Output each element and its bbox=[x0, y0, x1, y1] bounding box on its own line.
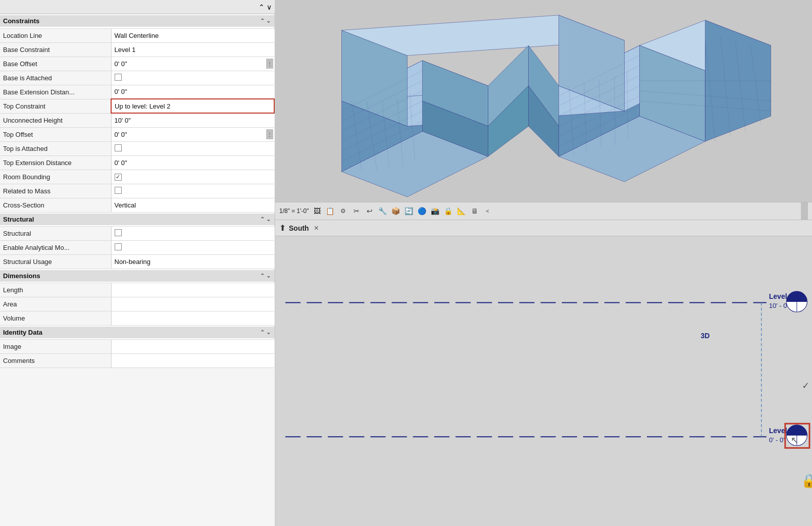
toolbar-icon-14[interactable]: < bbox=[483, 206, 493, 216]
prop-value[interactable] bbox=[111, 170, 274, 184]
svg-text:✓: ✓ bbox=[802, 381, 809, 391]
south-tab[interactable]: ⬆ South × bbox=[275, 220, 812, 236]
section-identity_data[interactable]: Identity Data⌃ ⌄ bbox=[0, 325, 274, 339]
toolbar-icon-7[interactable]: 📦 bbox=[391, 206, 401, 216]
prop-key: Top is Attached bbox=[0, 141, 111, 155]
checkbox[interactable] bbox=[115, 74, 122, 81]
table-row: Comments bbox=[0, 353, 274, 367]
prop-value[interactable] bbox=[111, 184, 274, 198]
prop-value[interactable]: 0' 0"⋮ bbox=[111, 57, 274, 71]
collapse-up-icon[interactable]: ⌃ bbox=[259, 3, 265, 11]
prop-key: Image bbox=[0, 339, 111, 353]
toolbar-icon-1[interactable]: 🖼 bbox=[312, 206, 322, 216]
prop-key: Top Offset bbox=[0, 127, 111, 141]
checkbox-checked[interactable] bbox=[115, 174, 122, 181]
prop-value bbox=[111, 311, 274, 325]
collapse-down-icon[interactable]: ∨ bbox=[267, 3, 272, 11]
table-row: Image bbox=[0, 339, 274, 353]
scroll-button[interactable]: ⋮ bbox=[266, 129, 273, 139]
prop-key: Comments bbox=[0, 353, 111, 367]
table-row: Room Bounding bbox=[0, 170, 274, 184]
properties-panel: ⌃ ∨ Constraints⌃ ⌄Location LineWall Cent… bbox=[0, 0, 275, 526]
prop-value: Vertical bbox=[111, 198, 274, 212]
3d-view[interactable] bbox=[275, 0, 812, 202]
prop-value bbox=[111, 297, 274, 311]
section-collapse-structural[interactable]: ⌃ ⌄ bbox=[260, 216, 271, 223]
prop-value bbox=[111, 353, 274, 367]
prop-key: Area bbox=[0, 297, 111, 311]
prop-value[interactable] bbox=[111, 240, 274, 254]
prop-key: Volume bbox=[0, 311, 111, 325]
toolbar-icon-11[interactable]: 🔒 bbox=[443, 206, 453, 216]
tab-close-button[interactable]: × bbox=[314, 224, 319, 233]
scroll-button[interactable]: ⋮ bbox=[266, 59, 273, 69]
section-label-identity_data: Identity Data bbox=[3, 329, 42, 336]
toolbar-icon-2[interactable]: 📋 bbox=[325, 206, 335, 216]
scale-label: 1/8" = 1'-0" bbox=[279, 207, 309, 215]
3d-viewport-svg bbox=[275, 0, 812, 202]
section-collapse-constraints[interactable]: ⌃ ⌄ bbox=[260, 18, 271, 24]
prop-key: Cross-Section bbox=[0, 198, 111, 212]
panel-controls[interactable]: ⌃ ∨ bbox=[259, 3, 272, 11]
table-row: Length bbox=[0, 283, 274, 297]
prop-key: Top Extension Distance bbox=[0, 155, 111, 170]
prop-value: Non-bearing bbox=[111, 254, 274, 269]
section-collapse-dimensions[interactable]: ⌃ ⌄ bbox=[260, 273, 271, 279]
table-row: Top is Attached bbox=[0, 141, 274, 155]
prop-key: Length bbox=[0, 283, 111, 297]
section-dimensions[interactable]: Dimensions⌃ ⌄ bbox=[0, 269, 274, 283]
toolbar-icon-9[interactable]: 🔵 bbox=[417, 206, 427, 216]
prop-key: Base Extension Distan... bbox=[0, 85, 111, 99]
table-row: Volume bbox=[0, 311, 274, 325]
prop-value: 0' 0" bbox=[111, 85, 274, 99]
toolbar-icon-8[interactable]: 🔄 bbox=[404, 206, 414, 216]
svg-rect-50 bbox=[275, 237, 812, 525]
table-row: Base is Attached bbox=[0, 71, 274, 85]
prop-key: Base Constraint bbox=[0, 42, 111, 57]
checkbox[interactable] bbox=[115, 229, 122, 236]
prop-value[interactable] bbox=[111, 71, 274, 85]
checkbox[interactable] bbox=[115, 144, 122, 151]
svg-text:🔒: 🔒 bbox=[801, 472, 812, 489]
toolbar-icon-5[interactable]: ↩ bbox=[365, 206, 375, 216]
2d-south-view[interactable]: Level 2 10' - 0" 3D Level 1 0' - 0" bbox=[275, 236, 812, 526]
section-label-constraints: Constraints bbox=[3, 17, 39, 25]
properties-scroll[interactable]: Constraints⌃ ⌄Location LineWall Centerli… bbox=[0, 14, 275, 526]
toolbar-icon-10[interactable]: 📸 bbox=[430, 206, 440, 216]
section-collapse-identity_data[interactable]: ⌃ ⌄ bbox=[260, 329, 271, 336]
prop-value[interactable]: Up to level: Level 2 bbox=[111, 99, 274, 113]
tab-label[interactable]: South bbox=[289, 224, 309, 232]
toolbar-icon-12[interactable]: 📐 bbox=[456, 206, 467, 216]
section-constraints[interactable]: Constraints⌃ ⌄ bbox=[0, 14, 274, 28]
prop-value[interactable]: 0' 0"⋮ bbox=[111, 127, 274, 141]
table-row: Structural bbox=[0, 226, 274, 240]
prop-key: Unconnected Height bbox=[0, 113, 111, 127]
prop-key: Base Offset bbox=[0, 57, 111, 71]
checkbox[interactable] bbox=[115, 243, 122, 250]
table-row: Base ConstraintLevel 1 bbox=[0, 42, 274, 57]
prop-key: Structural Usage bbox=[0, 254, 111, 269]
prop-key: Related to Mass bbox=[0, 184, 111, 198]
right-panel: 1/8" = 1'-0" 🖼 📋 ⚙ ✂ ↩ 🔧 📦 🔄 🔵 📸 🔒 📐 🖥 <… bbox=[275, 0, 812, 526]
prop-value: 0' 0" bbox=[111, 155, 274, 170]
prop-value[interactable] bbox=[111, 141, 274, 155]
section-label-dimensions: Dimensions bbox=[3, 272, 40, 280]
toolbar-icon-13[interactable]: 🖥 bbox=[470, 206, 480, 216]
table-row: Top Offset0' 0"⋮ bbox=[0, 127, 274, 141]
prop-key: Structural bbox=[0, 226, 111, 240]
table-row: Related to Mass bbox=[0, 184, 274, 198]
table-row: Top Extension Distance0' 0" bbox=[0, 155, 274, 170]
section-label-structural: Structural bbox=[3, 216, 34, 223]
prop-key: Enable Analytical Mo... bbox=[0, 240, 111, 254]
prop-value: 10' 0" bbox=[111, 113, 274, 127]
table-row: Location LineWall Centerline bbox=[0, 28, 274, 42]
table-row: Base Offset0' 0"⋮ bbox=[0, 57, 274, 71]
checkbox[interactable] bbox=[115, 187, 122, 194]
toolbar-icon-4[interactable]: ✂ bbox=[351, 206, 362, 216]
prop-value[interactable] bbox=[111, 226, 274, 240]
section-structural[interactable]: Structural⌃ ⌄ bbox=[0, 212, 274, 226]
toolbar-icon-6[interactable]: 🔧 bbox=[378, 206, 388, 216]
prop-value bbox=[111, 339, 274, 353]
toolbar-icon-3[interactable]: ⚙ bbox=[338, 206, 348, 216]
toolbar-strip: 1/8" = 1'-0" 🖼 📋 ⚙ ✂ ↩ 🔧 📦 🔄 🔵 📸 🔒 📐 🖥 < bbox=[275, 202, 812, 220]
